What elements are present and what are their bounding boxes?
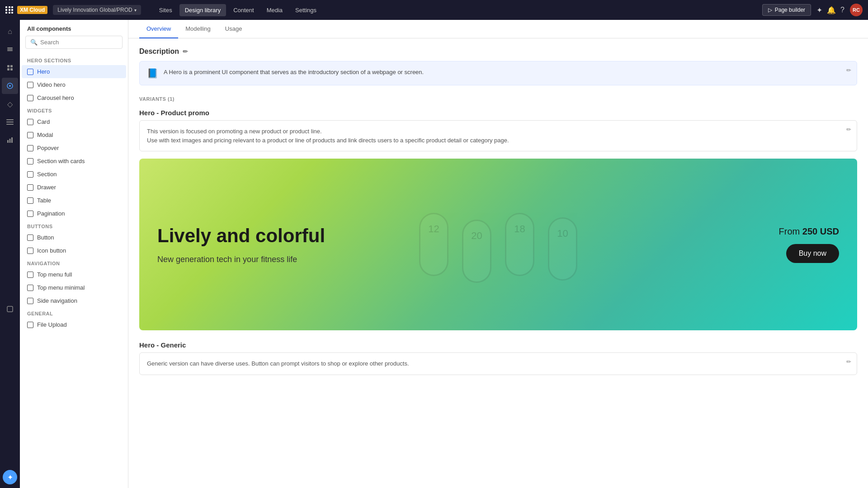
hero-sections-label: HERO SECTIONS <box>20 54 128 65</box>
hero-generic-section: Hero - Generic Generic version can have … <box>139 341 857 375</box>
hero-item-icon <box>27 69 33 75</box>
svg-point-8 <box>9 85 11 87</box>
svg-rect-2 <box>7 47 13 48</box>
sidebar-item-button[interactable]: Button <box>20 231 128 244</box>
tab-modelling[interactable]: Modelling <box>178 20 218 38</box>
env-label: Lively Innovation Global/PROD <box>57 7 132 13</box>
sidebar-item-video-hero[interactable]: Video hero <box>20 78 128 91</box>
grid-view-icon[interactable] <box>2 60 18 76</box>
hero-heading: Lively and colorful <box>157 225 325 247</box>
box-icon[interactable] <box>2 301 18 317</box>
device-3: 18 <box>505 213 534 276</box>
svg-rect-10 <box>6 122 14 122</box>
device-2: 20 <box>462 220 491 283</box>
navigation-section-label: NAVIGATION <box>20 257 128 268</box>
carousel-hero-label: Carousel hero <box>37 94 74 101</box>
xm-badge: XM Cloud <box>17 6 47 14</box>
sidebar-item-icon-button[interactable]: Icon button <box>20 244 128 257</box>
home-icon[interactable]: ⌂ <box>2 23 18 40</box>
menu-icon[interactable] <box>2 114 18 130</box>
variant-product-promo-title: Hero - Product promo <box>139 109 857 117</box>
variants-label: VARIANTS (1) <box>139 96 857 102</box>
buy-now-button[interactable]: Buy now <box>786 244 839 263</box>
hero-generic-edit-icon[interactable]: ✏ <box>846 358 851 365</box>
sidebar-item-hero[interactable]: Hero <box>22 65 126 78</box>
device-4: 10 <box>548 217 577 281</box>
star-icon[interactable]: ✦ <box>816 6 822 14</box>
variant-product-promo-desc: This version is focused on promoting a n… <box>139 120 857 151</box>
table-label: Table <box>37 197 51 204</box>
diamond-icon[interactable]: ◇ <box>2 96 18 112</box>
chart-icon[interactable] <box>2 132 18 148</box>
sparkle-button[interactable]: ✦ <box>3 470 17 484</box>
sidebar-item-modal[interactable]: Modal <box>20 128 128 141</box>
sidebar-item-table[interactable]: Table <box>20 194 128 207</box>
palette-icon[interactable] <box>2 78 18 94</box>
page-builder-icon: ▷ <box>768 7 772 13</box>
search-icon: 🔍 <box>30 39 38 46</box>
top-nav: Sites Design library Content Media Setti… <box>154 4 322 16</box>
hero-content-left: Lively and colorful New generation tech … <box>139 206 343 282</box>
section-item-icon <box>27 171 33 178</box>
side-navigation-icon <box>27 298 33 304</box>
nav-settings[interactable]: Settings <box>290 4 322 16</box>
hero-label: Hero <box>37 68 50 75</box>
bell-icon[interactable]: 🔔 <box>827 6 836 14</box>
top-bar: XM Cloud Lively Innovation Global/PROD ▾… <box>0 0 868 20</box>
side-navigation-label: Side navigation <box>37 297 77 304</box>
logo[interactable]: XM Cloud <box>5 6 47 14</box>
card-item-icon <box>27 119 33 125</box>
pagination-item-icon <box>27 211 33 217</box>
sidebar-item-popover[interactable]: Popover <box>20 141 128 155</box>
file-upload-label: File Upload <box>37 321 67 328</box>
tab-usage[interactable]: Usage <box>218 20 250 38</box>
nav-sites[interactable]: Sites <box>154 4 178 16</box>
buttons-section-label: BUTTONS <box>20 220 128 231</box>
sidebar-item-section-with-cards[interactable]: Section with cards <box>20 155 128 168</box>
description-box-edit-icon[interactable]: ✏ <box>846 67 851 74</box>
search-box[interactable]: 🔍 <box>25 36 123 49</box>
layers-icon[interactable] <box>2 42 18 58</box>
sidebar-item-pagination[interactable]: Pagination <box>20 207 128 220</box>
hero-price: From 250 USD <box>779 226 839 237</box>
hero-subheading: New generation tech in your fitness life <box>157 255 325 264</box>
section-with-cards-item-icon <box>27 158 33 164</box>
hero-generic-desc-text: Generic version can have diverse uses. B… <box>147 359 849 368</box>
page-builder-button[interactable]: ▷ Page builder <box>762 4 811 16</box>
nav-media[interactable]: Media <box>261 4 288 16</box>
hero-content-right: From 250 USD Buy now <box>761 208 857 281</box>
variant-promo-edit-icon[interactable]: ✏ <box>846 126 851 133</box>
card-label: Card <box>37 118 50 125</box>
icon-button-label: Icon button <box>37 247 66 254</box>
page-builder-label: Page builder <box>775 7 805 13</box>
nav-content[interactable]: Content <box>228 4 259 16</box>
description-text: A Hero is a prominent UI component that … <box>164 68 424 77</box>
sidebar-item-drawer[interactable]: Drawer <box>20 181 128 194</box>
help-icon[interactable]: ? <box>840 6 844 14</box>
search-input[interactable] <box>40 39 118 46</box>
sidebar-item-section[interactable]: Section <box>20 168 128 181</box>
drawer-item-icon <box>27 184 33 191</box>
sidebar-item-card[interactable]: Card <box>20 115 128 128</box>
apps-icon[interactable] <box>5 6 14 14</box>
tab-overview[interactable]: Overview <box>139 20 178 38</box>
variant-product-promo-line1: This version is focused on promoting a n… <box>147 127 849 136</box>
sidebar-item-top-menu-full[interactable]: Top menu full <box>20 268 128 281</box>
sidebar-item-carousel-hero[interactable]: Carousel hero <box>20 91 128 104</box>
layout: ⌂ ◇ ✦ All components 🔍 HERO SECTI <box>0 20 868 488</box>
sidebar-item-top-menu-minimal[interactable]: Top menu minimal <box>20 281 128 294</box>
avatar[interactable]: RC <box>850 4 863 16</box>
icon-bar: ⌂ ◇ ✦ <box>0 20 20 488</box>
nav-design-library[interactable]: Design library <box>179 4 226 16</box>
carousel-hero-item-icon <box>27 95 33 101</box>
sidebar-item-file-upload[interactable]: File Upload <box>20 318 128 331</box>
description-edit-icon[interactable]: ✏ <box>183 48 188 55</box>
sidebar-item-side-navigation[interactable]: Side navigation <box>20 294 128 307</box>
video-hero-item-icon <box>27 82 33 88</box>
table-item-icon <box>27 197 33 204</box>
hero-preview: 12 20 18 10 Lively and colorful New gene… <box>139 159 857 330</box>
svg-rect-9 <box>6 119 14 120</box>
button-item-icon <box>27 235 33 241</box>
description-box: 📘 A Hero is a prominent UI component tha… <box>139 61 857 85</box>
env-selector[interactable]: Lively Innovation Global/PROD ▾ <box>53 5 141 15</box>
